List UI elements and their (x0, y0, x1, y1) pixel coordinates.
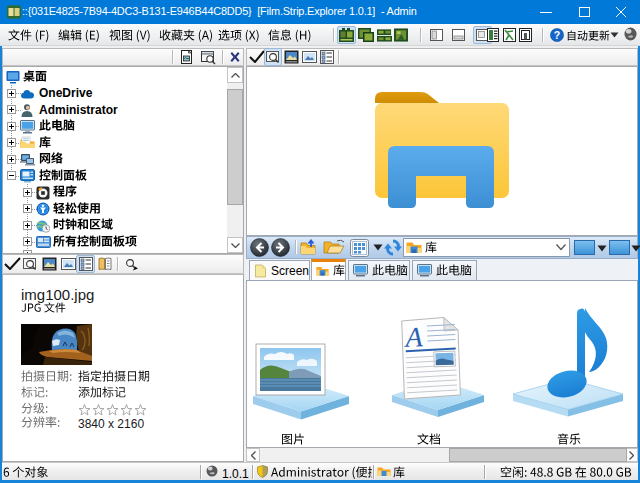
svg-text:?: ? (554, 29, 560, 41)
svg-text:A: A (403, 321, 424, 353)
